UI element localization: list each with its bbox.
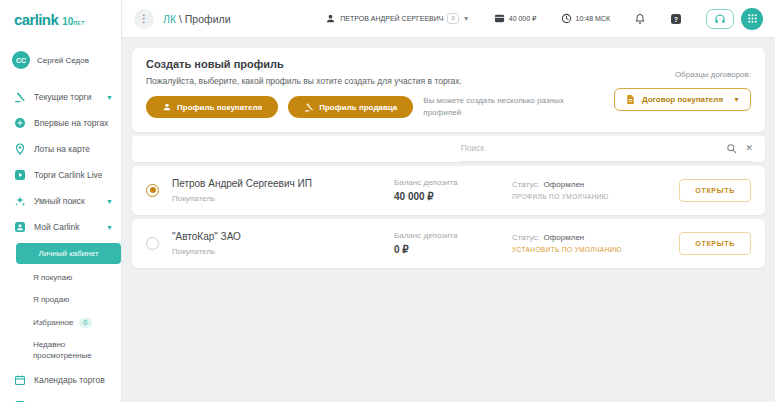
clear-search-icon[interactable]: ✕: [745, 144, 753, 153]
breadcrumb: ЛК \ Профили: [163, 13, 231, 25]
support-button[interactable]: [706, 9, 734, 29]
wallet-icon: [494, 13, 505, 24]
breadcrumb-root[interactable]: ЛК: [163, 13, 176, 25]
sidebar-item-current-auctions[interactable]: Текущие торги ▼: [0, 84, 121, 110]
sidebar-item-statistics[interactable]: Статистика: [0, 393, 121, 402]
buyer-profile-button[interactable]: Профиль покупателя: [146, 96, 278, 118]
gavel-icon: [14, 91, 26, 103]
sidebar-user[interactable]: СС Сергей Седов: [0, 38, 121, 78]
sidebar-item-smart-search[interactable]: Умный поиск ▼: [0, 188, 121, 214]
sidebar-user-name: Сергей Седов: [37, 56, 89, 65]
balance-value: 0 ₽: [394, 244, 512, 255]
sidebar-item-auction-calendar[interactable]: Календарь торгов: [0, 367, 121, 393]
sidebar-item-label: Текущие торги: [34, 92, 91, 102]
status-line: Статус:Оформлен: [512, 180, 679, 189]
create-profile-card: Создать новый профиль Пожалуйста, выбери…: [132, 48, 765, 132]
person-icon: [325, 13, 336, 24]
sidebar-subitem-i-buy[interactable]: Я покупаю: [0, 267, 121, 289]
profile-radio-unselected[interactable]: [146, 237, 159, 250]
profile-row-petrov: Петров Андрей Сергеевич ИП Покупатель Ба…: [132, 166, 765, 215]
sidebar-subitem-favorites[interactable]: Избранное0: [0, 312, 121, 334]
profile-name-column: Петров Андрей Сергеевич ИП Покупатель: [172, 178, 394, 203]
calendar-icon: [14, 374, 26, 386]
profile-status-column: Статус:Оформлен УСТАНОВИТЬ ПО УМОЛЧАНИЮ: [512, 233, 679, 253]
svg-text:?: ?: [674, 15, 678, 22]
profile-name-column: "АвтоКар" ЗАО Покупатель: [172, 231, 394, 256]
sparkles-icon: [14, 195, 26, 207]
sidebar-item-label: Торги Carlink Live: [34, 170, 103, 180]
balance-label: Баланс депозита: [394, 178, 512, 187]
anniversary-badge: 10ЛЕТ: [62, 17, 85, 27]
notifications-button[interactable]: [634, 13, 646, 25]
user-menu[interactable]: ПЕТРОВ АНДРЕЙ СЕРГЕЕВИЧ 0 ▼: [325, 13, 470, 24]
profile-type: Покупатель: [172, 194, 386, 203]
status-line: Статус:Оформлен: [512, 233, 679, 242]
open-profile-button[interactable]: ОТКРЫТЬ: [679, 232, 751, 255]
sidebar: carlink 10ЛЕТ СС Сергей Седов Текущие то…: [0, 0, 122, 402]
logo[interactable]: carlink 10ЛЕТ: [0, 0, 121, 38]
create-profile-subtitle: Пожалуйста, выберите, какой профиль вы х…: [146, 76, 614, 86]
favorites-count-badge: 0: [79, 318, 93, 328]
balance-indicator[interactable]: 40 000 ₽: [494, 13, 537, 24]
breadcrumb-current: Профили: [185, 13, 231, 25]
sidebar-subitem-personal-cabinet-active[interactable]: Личный кабинет: [16, 243, 121, 264]
breadcrumb-separator: \: [179, 13, 182, 25]
contract-samples: Образцы договоров: Договор покупателя ▼: [614, 58, 751, 111]
balance-value: 40 000 ₽: [394, 191, 512, 202]
sidebar-item-first-time[interactable]: Впервые на торгах: [0, 110, 121, 136]
map-pin-icon: [14, 143, 26, 155]
sidebar-subitem-i-sell[interactable]: Я продаю: [0, 289, 121, 311]
kebab-menu-button[interactable]: ⋮: [134, 9, 154, 29]
time-value: 10:48 МСК: [576, 15, 610, 22]
profile-radio-selected[interactable]: [146, 184, 159, 197]
search-input[interactable]: [461, 143, 719, 153]
chevron-down-icon: ▼: [733, 96, 740, 103]
headphones-icon: [714, 13, 726, 25]
create-profile-left: Создать новый профиль Пожалуйста, выбери…: [146, 58, 614, 120]
brand-wordmark: carlink: [14, 12, 58, 27]
app-window: carlink 10ЛЕТ СС Сергей Седов Текущие то…: [0, 0, 775, 402]
sidebar-item-carlink-live[interactable]: Торги Carlink Live: [0, 162, 121, 188]
balance-value: 40 000 ₽: [509, 15, 537, 23]
chevron-down-icon[interactable]: ▼: [106, 224, 113, 231]
clock-indicator: 10:48 МСК: [561, 13, 610, 24]
status-value: Оформлен: [544, 180, 585, 189]
create-profile-buttons: Профиль покупателя Профиль продавца Вы м…: [146, 95, 614, 120]
profile-name: Петров Андрей Сергеевич ИП: [172, 178, 386, 189]
person-badge-icon: [14, 221, 26, 233]
buyer-contract-dropdown[interactable]: Договор покупателя ▼: [614, 88, 751, 111]
sidebar-item-label: Впервые на торгах: [34, 118, 108, 128]
help-button[interactable]: ?: [670, 13, 682, 25]
chevron-down-icon[interactable]: ▼: [106, 198, 113, 205]
open-profile-button[interactable]: ОТКРЫТЬ: [679, 179, 751, 202]
create-profile-title: Создать новый профиль: [146, 58, 614, 70]
person-icon: [162, 102, 172, 112]
create-profile-note: Вы можете создать несколько разных профи…: [423, 95, 573, 120]
default-profile-label: ПРОФИЛЬ ПО УМОЛЧАНИЮ: [512, 193, 679, 200]
avatar: СС: [12, 51, 30, 69]
play-icon: [14, 169, 26, 181]
profile-status-column: Статус:Оформлен ПРОФИЛЬ ПО УМОЛЧАНИЮ: [512, 180, 679, 200]
plus-circle-icon: [14, 117, 26, 129]
sidebar-subitem-recently-viewed[interactable]: Недавно просмотренные: [0, 334, 121, 367]
seller-profile-button[interactable]: Профиль продавца: [288, 96, 413, 118]
apps-grid-button[interactable]: [741, 8, 763, 30]
contract-samples-label: Образцы договоров:: [675, 70, 751, 79]
chevron-down-icon[interactable]: ▼: [106, 94, 113, 101]
user-menu-name: ПЕТРОВ АНДРЕЙ СЕРГЕЕВИЧ: [340, 15, 443, 22]
search-bar: ✕: [132, 136, 765, 162]
sidebar-item-lots-on-map[interactable]: Лоты на карте: [0, 136, 121, 162]
set-default-link[interactable]: УСТАНОВИТЬ ПО УМОЛЧАНИЮ: [512, 246, 679, 253]
question-mark-icon: ?: [670, 13, 682, 25]
sidebar-item-label: Умный поиск: [34, 196, 85, 206]
status-value: Оформлен: [544, 233, 585, 242]
grid-icon: [747, 13, 758, 24]
gavel-icon: [304, 102, 314, 112]
sidebar-item-label: Мой Carlink: [34, 222, 79, 232]
search-field[interactable]: ✕: [461, 136, 753, 162]
sidebar-item-my-carlink[interactable]: Мой Carlink ▼: [0, 214, 121, 240]
document-icon: [625, 94, 636, 105]
profile-balance-column: Баланс депозита 40 000 ₽: [394, 178, 512, 202]
sidebar-item-label: Лоты на карте: [34, 144, 90, 154]
search-icon[interactable]: [726, 143, 737, 154]
